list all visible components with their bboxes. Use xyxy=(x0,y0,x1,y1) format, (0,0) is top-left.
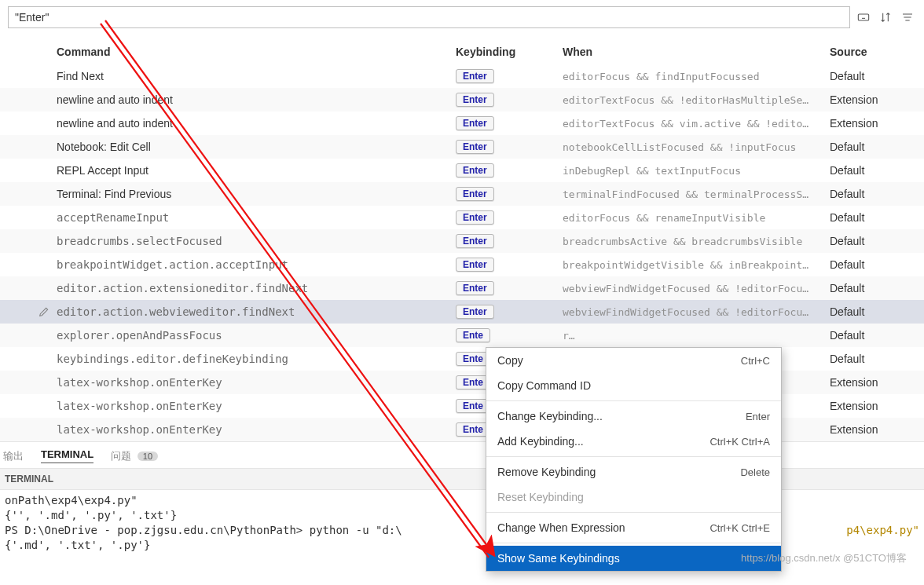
key-tag: Enter xyxy=(456,93,494,107)
tab-terminal[interactable]: TERMINAL xyxy=(41,448,94,463)
search-input[interactable] xyxy=(8,6,850,28)
cell-when: editorFocus && findInputFocussed xyxy=(563,71,830,82)
key-tag: Enter xyxy=(456,69,494,83)
keyboard-icon[interactable] xyxy=(855,9,872,26)
cell-command: breadcrumbs.selectFocused xyxy=(57,235,456,247)
tab-problems[interactable]: 问题 10 xyxy=(111,449,158,463)
table-row[interactable]: latex-workshop.onEnterKeyEntetFo…Extensi… xyxy=(0,418,924,441)
cell-keybinding: Ente xyxy=(456,328,563,342)
cell-command: keybindings.editor.defineKeybinding xyxy=(57,353,456,365)
problems-count-badge: 10 xyxy=(138,452,158,461)
table-row[interactable]: latex-workshop.onEnterKeyEntecept…Extens… xyxy=(0,394,924,418)
cell-source: Default xyxy=(830,235,924,247)
tab-output[interactable]: 输出 xyxy=(3,449,24,463)
cell-source: Extension xyxy=(830,400,924,412)
header-command[interactable]: Command xyxy=(57,46,456,58)
keybindings-search-row xyxy=(0,0,924,33)
cell-keybinding: Enter xyxy=(456,281,563,295)
key-tag: Enter xyxy=(456,234,494,248)
cell-when: terminalFindFocused && terminalProcessS… xyxy=(563,188,830,200)
cell-keybinding: Enter xyxy=(456,234,563,248)
table-row[interactable]: breadcrumbs.selectFocusedEnterbreadcrumb… xyxy=(0,229,924,253)
cell-keybinding: Enter xyxy=(456,187,563,201)
cell-source: Default xyxy=(830,141,924,153)
key-tag: Enter xyxy=(456,305,494,319)
menu-item-remove-keybinding[interactable]: Remove KeybindingDelete xyxy=(486,459,781,484)
cell-command: REPL Accept Input xyxy=(57,164,456,177)
filter-icon[interactable] xyxy=(899,9,916,26)
terminal-right-fragment: p4\exp4.py" xyxy=(846,523,919,538)
cell-when: breadcrumbsActive && breadcrumbsVisible xyxy=(563,236,830,247)
sort-icon[interactable] xyxy=(877,9,894,26)
key-tag: Enter xyxy=(456,281,494,295)
terminal-line-2: PS D:\OneDrive - pop.zjgsu.edu.cn\Python… xyxy=(5,524,402,536)
menu-item-label: Copy xyxy=(497,354,523,367)
cell-source: Default xyxy=(830,305,924,318)
table-row[interactable]: Terminal: Find PreviousEnterterminalFind… xyxy=(0,182,924,206)
menu-item-label: Change When Expression xyxy=(497,521,625,534)
menu-item-shortcut: Ctrl+K Ctrl+E xyxy=(710,522,770,534)
cell-keybinding: Enter xyxy=(456,116,563,130)
cell-keybinding: Enter xyxy=(456,140,563,154)
cell-keybinding: Enter xyxy=(456,93,563,107)
menu-item-change-keybinding[interactable]: Change Keybinding...Enter xyxy=(486,404,781,429)
table-row[interactable]: newline and auto indentEntereditorTextFo… xyxy=(0,112,924,135)
table-row[interactable]: keybindings.editor.defineKeybindingEnteD… xyxy=(0,347,924,371)
cell-command: newline and auto indent xyxy=(57,117,456,130)
context-menu[interactable]: CopyCtrl+CCopy Command IDChange Keybindi… xyxy=(486,347,782,572)
cell-source: Default xyxy=(830,282,924,294)
cell-keybinding: Enter xyxy=(456,305,563,319)
menu-item-copy-command-id[interactable]: Copy Command ID xyxy=(486,373,781,398)
cell-source: Default xyxy=(830,164,924,177)
cell-command: Terminal: Find Previous xyxy=(57,188,456,200)
cell-when: editorTextFocus && vim.active && !edito… xyxy=(563,118,830,130)
menu-item-shortcut: Enter xyxy=(746,411,770,422)
menu-item-shortcut: Ctrl+C xyxy=(741,355,770,367)
cell-command: editor.action.extensioneditor.findNext xyxy=(57,282,456,294)
cell-when: webviewFindWidgetFocused && !editorFocu… xyxy=(563,306,830,318)
table-row[interactable]: latex-workshop.onEnterKeyEntetFo…Extensi… xyxy=(0,371,924,394)
key-tag: Enter xyxy=(456,258,494,272)
menu-item-label: Copy Command ID xyxy=(497,379,591,392)
table-row[interactable]: editor.action.webvieweditor.findNextEnte… xyxy=(0,300,924,324)
edit-icon[interactable] xyxy=(31,305,57,318)
cell-source: Default xyxy=(830,188,924,200)
menu-item-label: Change Keybinding... xyxy=(497,410,603,422)
terminal-title: TERMINAL xyxy=(0,468,924,490)
table-row[interactable]: newline and auto indentEntereditorTextFo… xyxy=(0,88,924,112)
table-row[interactable]: explorer.openAndPassFocusEnter…Default xyxy=(0,324,924,347)
menu-item-shortcut: Delete xyxy=(740,466,770,478)
table-row[interactable]: acceptRenameInputEntereditorFocus && ren… xyxy=(0,206,924,229)
menu-item-change-when-expression[interactable]: Change When ExpressionCtrl+K Ctrl+E xyxy=(486,515,781,540)
cell-command: explorer.openAndPassFocus xyxy=(57,329,456,342)
cell-command: Notebook: Edit Cell xyxy=(57,141,456,153)
cell-source: Extension xyxy=(830,376,924,389)
menu-item-add-keybinding[interactable]: Add Keybinding...Ctrl+K Ctrl+A xyxy=(486,429,781,454)
header-source[interactable]: Source xyxy=(830,46,924,58)
terminal-line-3: {'.md', '.txt', '.py'} xyxy=(5,539,150,551)
menu-item-copy[interactable]: CopyCtrl+C xyxy=(486,348,781,373)
cell-keybinding: Enter xyxy=(456,258,563,272)
cell-source: Extension xyxy=(830,423,924,436)
cell-source: Default xyxy=(830,258,924,271)
cell-when: inDebugRepl && textInputFocus xyxy=(563,165,830,177)
key-tag: Enter xyxy=(456,163,494,177)
header-when[interactable]: When xyxy=(563,46,830,58)
header-keybinding[interactable]: Keybinding xyxy=(456,46,563,58)
menu-separator xyxy=(486,400,781,401)
cell-source: Default xyxy=(830,70,924,82)
table-row[interactable]: breakpointWidget.action.acceptInputEnter… xyxy=(0,253,924,276)
keybindings-rows: Find NextEntereditorFocus && findInputFo… xyxy=(0,64,924,441)
menu-item-label: Add Keybinding... xyxy=(497,435,584,448)
cell-command: acceptRenameInput xyxy=(57,211,456,224)
table-row[interactable]: REPL Accept InputEnterinDebugRepl && tex… xyxy=(0,159,924,182)
table-row[interactable]: Notebook: Edit CellEnternotebookCellList… xyxy=(0,135,924,159)
cell-command: breakpointWidget.action.acceptInput xyxy=(57,258,456,271)
cell-command: newline and auto indent xyxy=(57,93,456,106)
menu-item-shortcut: Ctrl+K Ctrl+A xyxy=(710,436,770,448)
menu-item-show-same-keybindings[interactable]: Show Same Keybindings xyxy=(486,546,781,571)
cell-keybinding: Enter xyxy=(456,163,563,177)
table-row[interactable]: Find NextEntereditorFocus && findInputFo… xyxy=(0,64,924,88)
table-row[interactable]: editor.action.extensioneditor.findNextEn… xyxy=(0,276,924,300)
terminal-body[interactable]: onPath\exp4\exp4.py" {'', '.md', '.py', … xyxy=(0,490,924,553)
